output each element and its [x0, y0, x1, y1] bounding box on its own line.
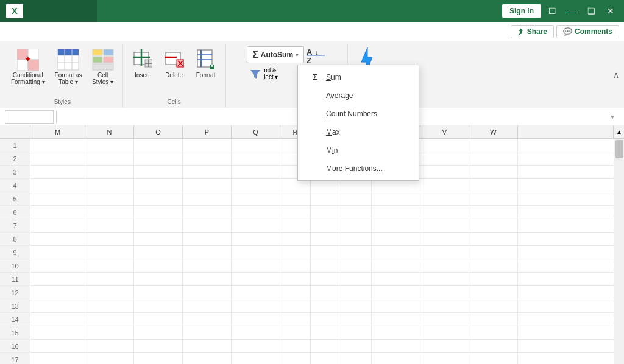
grid-cell[interactable] [311, 326, 341, 340]
grid-cell[interactable] [311, 233, 341, 246]
grid-cell[interactable] [280, 192, 311, 206]
format-as-table-button[interactable]: Format asTable ▾ [51, 46, 86, 88]
grid-cell[interactable] [311, 313, 341, 326]
autosum-dropdown-arrow[interactable]: ▾ [296, 52, 299, 58]
grid-cell[interactable] [232, 340, 280, 353]
insert-button[interactable]: Insert [128, 46, 157, 81]
grid-cell[interactable] [280, 259, 311, 273]
dropdown-item-average[interactable]: Average [298, 86, 419, 105]
col-header-p[interactable]: P [183, 125, 232, 138]
grid-cell[interactable] [311, 353, 341, 364]
dropdown-item-count-numbers[interactable]: Count Numbers [298, 105, 419, 123]
grid-cell[interactable] [30, 353, 85, 364]
comments-button[interactable]: 💬 Comments [556, 25, 619, 38]
grid-cell[interactable] [232, 313, 280, 326]
col-header-m[interactable]: M [30, 125, 85, 138]
col-header-o[interactable]: O [134, 125, 183, 138]
grid-cell[interactable] [85, 259, 134, 273]
grid-cell[interactable] [311, 299, 341, 313]
grid-cell[interactable] [469, 219, 518, 233]
grid-cell[interactable] [30, 179, 85, 192]
grid-cell[interactable] [469, 246, 518, 259]
grid-cell[interactable] [311, 206, 341, 219]
grid-cell[interactable] [280, 299, 311, 313]
grid-cell[interactable] [372, 259, 420, 273]
grid-cell[interactable] [280, 179, 311, 192]
grid-cell[interactable] [183, 219, 232, 233]
grid-cell[interactable] [85, 139, 134, 152]
cell-styles-button[interactable]: CellStyles ▾ [88, 46, 118, 88]
grid-cell[interactable] [232, 259, 280, 273]
grid-cell[interactable] [183, 139, 232, 152]
grid-cell[interactable] [341, 192, 372, 206]
grid-cell[interactable] [85, 299, 134, 313]
grid-cell[interactable] [30, 192, 85, 206]
grid-cell[interactable] [420, 166, 469, 179]
grid-cell[interactable] [420, 219, 469, 233]
grid-cell[interactable] [134, 233, 183, 246]
grid-cell[interactable] [134, 353, 183, 364]
grid-cell[interactable] [420, 299, 469, 313]
grid-cell[interactable] [85, 286, 134, 299]
grid-cell[interactable] [134, 286, 183, 299]
grid-cell[interactable] [280, 286, 311, 299]
dropdown-item-max[interactable]: Max [298, 123, 419, 141]
scrollbar-thumb[interactable] [615, 140, 623, 158]
grid-cell[interactable] [134, 259, 183, 273]
grid-cell[interactable] [134, 192, 183, 206]
grid-cell[interactable] [30, 286, 85, 299]
grid-cell[interactable] [420, 340, 469, 353]
grid-cell[interactable] [30, 299, 85, 313]
grid-cell[interactable] [183, 259, 232, 273]
grid-cell[interactable] [134, 179, 183, 192]
grid-cell[interactable] [134, 340, 183, 353]
grid-cell[interactable] [341, 206, 372, 219]
grid-cell[interactable] [183, 286, 232, 299]
grid-cell[interactable] [280, 219, 311, 233]
grid-cell[interactable] [232, 219, 280, 233]
grid-cell[interactable] [280, 353, 311, 364]
col-header-q[interactable]: Q [232, 125, 280, 138]
grid-cell[interactable] [372, 340, 420, 353]
grid-cell[interactable] [30, 233, 85, 246]
grid-cell[interactable] [232, 206, 280, 219]
grid-cell[interactable] [469, 179, 518, 192]
grid-cell[interactable] [469, 353, 518, 364]
grid-cell[interactable] [134, 313, 183, 326]
grid-cell[interactable] [85, 246, 134, 259]
grid-cell[interactable] [469, 286, 518, 299]
grid-cell[interactable] [341, 286, 372, 299]
dropdown-item-min[interactable]: Min [298, 141, 419, 159]
grid-cell[interactable] [30, 152, 85, 166]
grid-cell[interactable] [134, 166, 183, 179]
grid-cell[interactable] [420, 286, 469, 299]
grid-cell[interactable] [232, 353, 280, 364]
sign-in-button[interactable]: Sign in [502, 4, 541, 18]
autosum-button[interactable]: Σ AutoSum ▾ [247, 46, 304, 63]
grid-cell[interactable] [469, 152, 518, 166]
grid-cell[interactable] [232, 152, 280, 166]
grid-cell[interactable] [469, 299, 518, 313]
grid-cell[interactable] [30, 206, 85, 219]
grid-cell[interactable] [341, 219, 372, 233]
grid-cell[interactable] [183, 206, 232, 219]
grid-cell[interactable] [341, 273, 372, 286]
grid-cell[interactable] [311, 273, 341, 286]
grid-cell[interactable] [85, 166, 134, 179]
scroll-top-button[interactable]: ▲ [614, 125, 624, 138]
grid-cell[interactable] [469, 340, 518, 353]
restore-button[interactable]: ☐ [544, 2, 561, 19]
grid-cell[interactable] [420, 273, 469, 286]
dropdown-arrow-right[interactable]: ▾ [611, 113, 614, 121]
grid-cell[interactable] [280, 246, 311, 259]
grid-cell[interactable] [183, 313, 232, 326]
grid-cell[interactable] [30, 259, 85, 273]
grid-cell[interactable] [372, 326, 420, 340]
grid-cell[interactable] [372, 313, 420, 326]
grid-cell[interactable] [469, 259, 518, 273]
grid-cell[interactable] [30, 273, 85, 286]
grid-cell[interactable] [134, 326, 183, 340]
grid-cell[interactable] [420, 326, 469, 340]
grid-cell[interactable] [311, 219, 341, 233]
grid-cell[interactable] [341, 233, 372, 246]
